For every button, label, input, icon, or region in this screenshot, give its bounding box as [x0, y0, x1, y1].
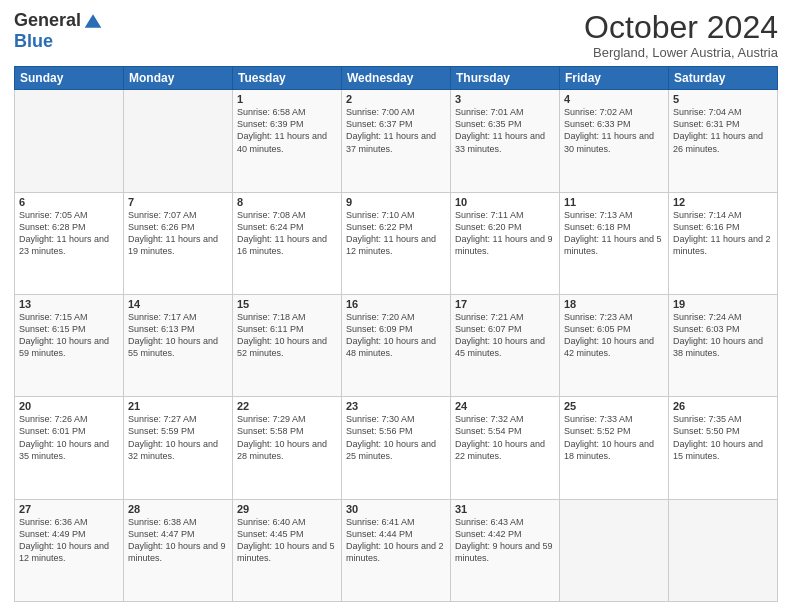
- day-number: 23: [346, 400, 446, 412]
- cell-content: Sunrise: 7:07 AM Sunset: 6:26 PM Dayligh…: [128, 209, 228, 258]
- day-cell: 4Sunrise: 7:02 AM Sunset: 6:33 PM Daylig…: [560, 90, 669, 192]
- weekday-wednesday: Wednesday: [342, 67, 451, 90]
- day-number: 3: [455, 93, 555, 105]
- day-number: 7: [128, 196, 228, 208]
- day-number: 17: [455, 298, 555, 310]
- header: General Blue October 2024 Bergland, Lowe…: [14, 10, 778, 60]
- day-number: 24: [455, 400, 555, 412]
- day-number: 15: [237, 298, 337, 310]
- cell-content: Sunrise: 7:32 AM Sunset: 5:54 PM Dayligh…: [455, 413, 555, 462]
- day-number: 30: [346, 503, 446, 515]
- day-cell: 21Sunrise: 7:27 AM Sunset: 5:59 PM Dayli…: [124, 397, 233, 499]
- cell-content: Sunrise: 6:38 AM Sunset: 4:47 PM Dayligh…: [128, 516, 228, 565]
- day-cell: 7Sunrise: 7:07 AM Sunset: 6:26 PM Daylig…: [124, 192, 233, 294]
- cell-content: Sunrise: 7:05 AM Sunset: 6:28 PM Dayligh…: [19, 209, 119, 258]
- cell-content: Sunrise: 6:41 AM Sunset: 4:44 PM Dayligh…: [346, 516, 446, 565]
- day-number: 1: [237, 93, 337, 105]
- day-cell: 10Sunrise: 7:11 AM Sunset: 6:20 PM Dayli…: [451, 192, 560, 294]
- cell-content: Sunrise: 7:18 AM Sunset: 6:11 PM Dayligh…: [237, 311, 337, 360]
- day-cell: 13Sunrise: 7:15 AM Sunset: 6:15 PM Dayli…: [15, 294, 124, 396]
- day-cell: [669, 499, 778, 601]
- day-cell: 31Sunrise: 6:43 AM Sunset: 4:42 PM Dayli…: [451, 499, 560, 601]
- day-cell: 25Sunrise: 7:33 AM Sunset: 5:52 PM Dayli…: [560, 397, 669, 499]
- cell-content: Sunrise: 7:20 AM Sunset: 6:09 PM Dayligh…: [346, 311, 446, 360]
- day-number: 4: [564, 93, 664, 105]
- weekday-saturday: Saturday: [669, 67, 778, 90]
- day-cell: 27Sunrise: 6:36 AM Sunset: 4:49 PM Dayli…: [15, 499, 124, 601]
- calendar-body: 1Sunrise: 6:58 AM Sunset: 6:39 PM Daylig…: [15, 90, 778, 602]
- cell-content: Sunrise: 7:15 AM Sunset: 6:15 PM Dayligh…: [19, 311, 119, 360]
- day-cell: 28Sunrise: 6:38 AM Sunset: 4:47 PM Dayli…: [124, 499, 233, 601]
- cell-content: Sunrise: 7:11 AM Sunset: 6:20 PM Dayligh…: [455, 209, 555, 258]
- logo-icon: [83, 11, 103, 31]
- day-number: 26: [673, 400, 773, 412]
- title-area: October 2024 Bergland, Lower Austria, Au…: [584, 10, 778, 60]
- cell-content: Sunrise: 7:01 AM Sunset: 6:35 PM Dayligh…: [455, 106, 555, 155]
- cell-content: Sunrise: 6:43 AM Sunset: 4:42 PM Dayligh…: [455, 516, 555, 565]
- day-cell: 6Sunrise: 7:05 AM Sunset: 6:28 PM Daylig…: [15, 192, 124, 294]
- weekday-thursday: Thursday: [451, 67, 560, 90]
- svg-marker-0: [85, 14, 102, 27]
- cell-content: Sunrise: 7:24 AM Sunset: 6:03 PM Dayligh…: [673, 311, 773, 360]
- cell-content: Sunrise: 7:30 AM Sunset: 5:56 PM Dayligh…: [346, 413, 446, 462]
- cell-content: Sunrise: 7:27 AM Sunset: 5:59 PM Dayligh…: [128, 413, 228, 462]
- day-number: 18: [564, 298, 664, 310]
- day-number: 14: [128, 298, 228, 310]
- day-number: 28: [128, 503, 228, 515]
- day-cell: 16Sunrise: 7:20 AM Sunset: 6:09 PM Dayli…: [342, 294, 451, 396]
- day-number: 2: [346, 93, 446, 105]
- day-number: 13: [19, 298, 119, 310]
- cell-content: Sunrise: 6:40 AM Sunset: 4:45 PM Dayligh…: [237, 516, 337, 565]
- day-number: 6: [19, 196, 119, 208]
- day-cell: 5Sunrise: 7:04 AM Sunset: 6:31 PM Daylig…: [669, 90, 778, 192]
- day-number: 31: [455, 503, 555, 515]
- day-cell: 14Sunrise: 7:17 AM Sunset: 6:13 PM Dayli…: [124, 294, 233, 396]
- cell-content: Sunrise: 7:02 AM Sunset: 6:33 PM Dayligh…: [564, 106, 664, 155]
- cell-content: Sunrise: 6:36 AM Sunset: 4:49 PM Dayligh…: [19, 516, 119, 565]
- weekday-monday: Monday: [124, 67, 233, 90]
- calendar-page: General Blue October 2024 Bergland, Lowe…: [0, 0, 792, 612]
- cell-content: Sunrise: 7:04 AM Sunset: 6:31 PM Dayligh…: [673, 106, 773, 155]
- day-cell: [124, 90, 233, 192]
- day-number: 16: [346, 298, 446, 310]
- cell-content: Sunrise: 7:10 AM Sunset: 6:22 PM Dayligh…: [346, 209, 446, 258]
- month-title: October 2024: [584, 10, 778, 45]
- weekday-sunday: Sunday: [15, 67, 124, 90]
- weekday-friday: Friday: [560, 67, 669, 90]
- week-row-1: 6Sunrise: 7:05 AM Sunset: 6:28 PM Daylig…: [15, 192, 778, 294]
- cell-content: Sunrise: 7:17 AM Sunset: 6:13 PM Dayligh…: [128, 311, 228, 360]
- cell-content: Sunrise: 7:26 AM Sunset: 6:01 PM Dayligh…: [19, 413, 119, 462]
- day-cell: 30Sunrise: 6:41 AM Sunset: 4:44 PM Dayli…: [342, 499, 451, 601]
- logo: General: [14, 10, 103, 31]
- day-number: 9: [346, 196, 446, 208]
- calendar-header: Sunday Monday Tuesday Wednesday Thursday…: [15, 67, 778, 90]
- day-number: 29: [237, 503, 337, 515]
- day-cell: 1Sunrise: 6:58 AM Sunset: 6:39 PM Daylig…: [233, 90, 342, 192]
- day-cell: 24Sunrise: 7:32 AM Sunset: 5:54 PM Dayli…: [451, 397, 560, 499]
- location-title: Bergland, Lower Austria, Austria: [584, 45, 778, 60]
- day-number: 25: [564, 400, 664, 412]
- logo-general-text: General: [14, 10, 81, 31]
- week-row-4: 27Sunrise: 6:36 AM Sunset: 4:49 PM Dayli…: [15, 499, 778, 601]
- day-number: 27: [19, 503, 119, 515]
- day-number: 11: [564, 196, 664, 208]
- day-cell: 26Sunrise: 7:35 AM Sunset: 5:50 PM Dayli…: [669, 397, 778, 499]
- day-cell: 22Sunrise: 7:29 AM Sunset: 5:58 PM Dayli…: [233, 397, 342, 499]
- weekday-row: Sunday Monday Tuesday Wednesday Thursday…: [15, 67, 778, 90]
- week-row-0: 1Sunrise: 6:58 AM Sunset: 6:39 PM Daylig…: [15, 90, 778, 192]
- day-cell: 18Sunrise: 7:23 AM Sunset: 6:05 PM Dayli…: [560, 294, 669, 396]
- cell-content: Sunrise: 7:21 AM Sunset: 6:07 PM Dayligh…: [455, 311, 555, 360]
- cell-content: Sunrise: 7:23 AM Sunset: 6:05 PM Dayligh…: [564, 311, 664, 360]
- day-number: 21: [128, 400, 228, 412]
- day-number: 12: [673, 196, 773, 208]
- cell-content: Sunrise: 7:29 AM Sunset: 5:58 PM Dayligh…: [237, 413, 337, 462]
- logo-area: General Blue: [14, 10, 103, 52]
- day-number: 20: [19, 400, 119, 412]
- day-cell: 9Sunrise: 7:10 AM Sunset: 6:22 PM Daylig…: [342, 192, 451, 294]
- cell-content: Sunrise: 7:13 AM Sunset: 6:18 PM Dayligh…: [564, 209, 664, 258]
- day-cell: 20Sunrise: 7:26 AM Sunset: 6:01 PM Dayli…: [15, 397, 124, 499]
- day-number: 19: [673, 298, 773, 310]
- cell-content: Sunrise: 7:08 AM Sunset: 6:24 PM Dayligh…: [237, 209, 337, 258]
- day-cell: 15Sunrise: 7:18 AM Sunset: 6:11 PM Dayli…: [233, 294, 342, 396]
- day-number: 5: [673, 93, 773, 105]
